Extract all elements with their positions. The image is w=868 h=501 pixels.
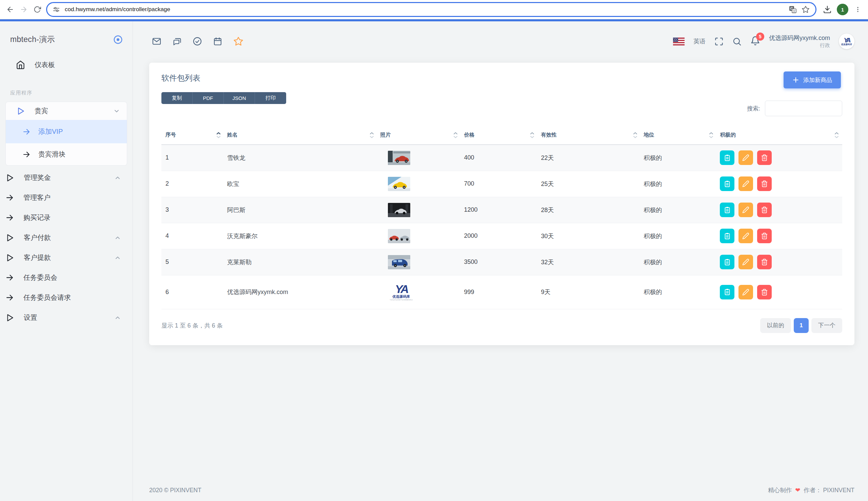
url-bar[interactable]: cod.hwymw.net/admin/controller/package G… xyxy=(46,2,816,17)
column-header-name[interactable]: 姓名 xyxy=(224,126,377,145)
sidebar-group-customer-payments[interactable]: 客户付款 xyxy=(0,228,133,248)
table-footer: 显示 1 至 6 条，共 6 条 以前的 1 下一个 xyxy=(161,318,842,333)
table-row: 2 欧宝 700 25天 积极的 xyxy=(161,171,842,197)
app-footer: 2020 © PIXINVENT 精心制作 ❤ 作者： PIXINVENT xyxy=(133,486,868,501)
add-new-item-button[interactable]: 添加新商品 xyxy=(784,72,841,88)
pencil-icon xyxy=(742,232,749,239)
cell-photo: YA 优选源码库 YOUXUANYUANMAKU xyxy=(377,275,461,309)
language-selector[interactable]: 英语 xyxy=(693,37,705,45)
column-header-validity[interactable]: 有效性 xyxy=(538,126,640,145)
user-avatar[interactable]: YA 优选源码库 xyxy=(839,33,855,49)
chat-icon[interactable] xyxy=(172,36,182,46)
footer-copyright: 2020 © PIXINVENT xyxy=(149,487,201,494)
row-details-button[interactable] xyxy=(720,285,734,299)
arrow-right-icon xyxy=(6,294,14,302)
export-json-button[interactable]: JSON xyxy=(224,92,255,104)
sidebar-collapse-toggle[interactable] xyxy=(113,34,123,45)
footer-author-text: 作者： PIXINVENT xyxy=(804,486,855,494)
row-details-button[interactable] xyxy=(720,150,734,165)
chevron-up-icon xyxy=(114,234,121,241)
pagination-next-button[interactable]: 下一个 xyxy=(812,318,842,333)
bookmark-star-icon[interactable] xyxy=(799,3,812,16)
row-details-button[interactable] xyxy=(720,229,734,243)
row-delete-button[interactable] xyxy=(757,285,772,299)
cell-actions xyxy=(717,197,842,223)
user-block[interactable]: 优选源码网yxymk.com 行政 xyxy=(769,34,830,49)
search-input[interactable] xyxy=(765,100,842,116)
export-copy-button[interactable]: 复制 xyxy=(161,92,192,104)
sidebar-group-customer-withdrawals[interactable]: 客户提款 xyxy=(0,248,133,268)
row-details-button[interactable] xyxy=(720,177,734,191)
logo-subcaption: YOUXUANYUANMAKU xyxy=(389,299,412,301)
row-delete-button[interactable] xyxy=(757,255,772,269)
sidebar-item-dashboard[interactable]: 仪表板 xyxy=(0,55,133,75)
pagination-previous-button[interactable]: 以前的 xyxy=(760,318,791,333)
chevron-up-icon xyxy=(114,254,121,261)
fullscreen-icon[interactable] xyxy=(714,37,723,46)
play-icon xyxy=(6,253,14,262)
calendar-icon[interactable] xyxy=(213,36,222,46)
downloads-button[interactable] xyxy=(820,3,834,16)
arrow-right-icon xyxy=(22,150,31,159)
cell-status: 积极的 xyxy=(641,145,717,171)
row-edit-button[interactable] xyxy=(739,229,753,243)
sidebar-item-task-committee[interactable]: 任务委员会 xyxy=(0,268,133,288)
play-icon xyxy=(16,107,25,116)
export-button-group: 复制 PDF JSON 打印 xyxy=(161,92,286,104)
sidebar-group-settings[interactable]: 设置 xyxy=(0,308,133,328)
column-header-price[interactable]: 价格 xyxy=(461,126,538,145)
check-circle-icon[interactable] xyxy=(192,36,202,46)
row-delete-button[interactable] xyxy=(757,150,772,165)
table-row: 1 雪铁龙 400 22天 积极的 xyxy=(161,145,842,171)
browser-profile-avatar[interactable]: 1 xyxy=(837,4,848,15)
column-header-photo[interactable]: 照片 xyxy=(377,126,461,145)
clipboard-icon xyxy=(723,180,731,188)
row-delete-button[interactable] xyxy=(757,203,772,217)
cell-validity: 32天 xyxy=(538,249,640,275)
row-delete-button[interactable] xyxy=(757,177,772,191)
sidebar-item-task-committee-requests[interactable]: 任务委员会请求 xyxy=(0,288,133,308)
product-photo-citroen xyxy=(388,151,410,165)
row-edit-button[interactable] xyxy=(739,203,753,217)
column-header-active[interactable]: 积极的 xyxy=(717,126,842,145)
translate-icon[interactable]: G 文 xyxy=(786,3,799,16)
row-details-button[interactable] xyxy=(720,255,734,269)
column-header-status[interactable]: 地位 xyxy=(641,126,717,145)
sidebar-item-purchase-records[interactable]: 购买记录 xyxy=(0,207,133,228)
us-flag-icon[interactable] xyxy=(673,38,684,45)
pencil-icon xyxy=(742,258,749,266)
table-row: 5 克莱斯勒 3500 32天 积极的 xyxy=(161,249,842,275)
pagination-page-1-button[interactable]: 1 xyxy=(794,318,809,333)
export-print-button[interactable]: 打印 xyxy=(255,92,286,104)
column-header-sn[interactable]: 序号 xyxy=(161,126,224,145)
sort-carets xyxy=(709,132,713,138)
row-edit-button[interactable] xyxy=(739,285,753,299)
table-row: 4 沃克斯豪尔 2000 30天 积极的 xyxy=(161,223,842,249)
row-edit-button[interactable] xyxy=(739,150,753,165)
favorites-star-icon[interactable] xyxy=(233,36,243,46)
browser-forward-button[interactable] xyxy=(17,3,31,16)
sidebar-item-vip-slider[interactable]: 贵宾滑块 xyxy=(6,143,127,165)
sidebar-group-vip-header[interactable]: 贵宾 xyxy=(6,102,127,120)
site-settings-icon[interactable] xyxy=(53,6,60,13)
mail-icon[interactable] xyxy=(152,36,161,46)
sidebar-item-label: 客户付款 xyxy=(24,233,51,242)
admin-app: mbtech-演示 仪表板 应用程序 贵宾 xyxy=(0,21,868,501)
page-title: 软件包列表 xyxy=(161,73,842,83)
row-details-button[interactable] xyxy=(720,203,734,217)
search-icon[interactable] xyxy=(732,37,742,46)
browser-back-button[interactable] xyxy=(3,3,17,16)
cell-name: 克莱斯勒 xyxy=(224,249,377,275)
browser-reload-button[interactable] xyxy=(31,3,44,16)
browser-menu-button[interactable] xyxy=(851,3,865,16)
row-edit-button[interactable] xyxy=(739,255,753,269)
notifications-button[interactable]: 5 xyxy=(750,36,760,47)
sidebar-item-manage-customers[interactable]: 管理客户 xyxy=(0,188,133,207)
row-delete-button[interactable] xyxy=(757,229,772,243)
sidebar-item-add-vip[interactable]: 添加VIP xyxy=(6,120,127,143)
row-edit-button[interactable] xyxy=(739,177,753,191)
export-pdf-button[interactable]: PDF xyxy=(192,92,224,104)
sidebar-group-manage-bonus[interactable]: 管理奖金 xyxy=(0,168,133,188)
sidebar-item-label: 管理奖金 xyxy=(24,173,51,182)
download-icon xyxy=(823,5,832,14)
